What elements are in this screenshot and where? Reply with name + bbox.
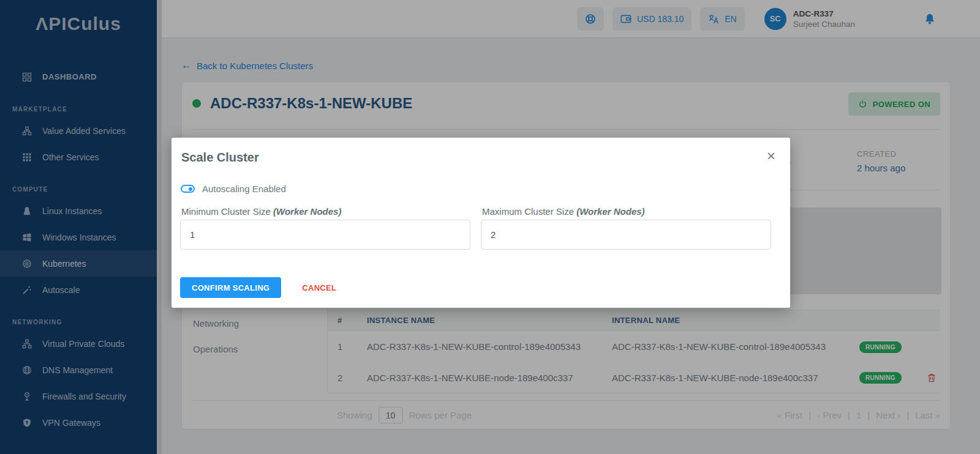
autoscaling-label: Autoscaling Enabled xyxy=(202,184,286,194)
max-label-text: Maximum Cluster Size xyxy=(482,206,576,217)
min-cluster-size-input[interactable] xyxy=(180,220,470,250)
max-cluster-size-input[interactable] xyxy=(481,220,771,250)
max-cluster-size-label: Maximum Cluster Size (Worker Nodes) xyxy=(482,206,645,217)
toggle-knob xyxy=(189,187,192,191)
min-label-text: Minimum Cluster Size xyxy=(181,206,273,217)
modal-title: Scale Cluster xyxy=(181,151,259,165)
autoscaling-toggle[interactable] xyxy=(181,185,195,193)
scale-cluster-modal: Scale Cluster × Autoscaling Enabled Mini… xyxy=(172,138,790,308)
min-label-suffix: (Worker Nodes) xyxy=(273,206,341,217)
confirm-scaling-button[interactable]: CONFIRM SCALING xyxy=(180,277,281,298)
min-cluster-size-label: Minimum Cluster Size (Worker Nodes) xyxy=(181,206,341,217)
max-label-suffix: (Worker Nodes) xyxy=(576,206,644,217)
app-screen: ΛPICulus DASHBOARD MARKETPLACE Value Add… xyxy=(0,0,980,454)
close-icon[interactable]: × xyxy=(764,146,778,166)
cancel-button[interactable]: CANCEL xyxy=(302,283,336,292)
